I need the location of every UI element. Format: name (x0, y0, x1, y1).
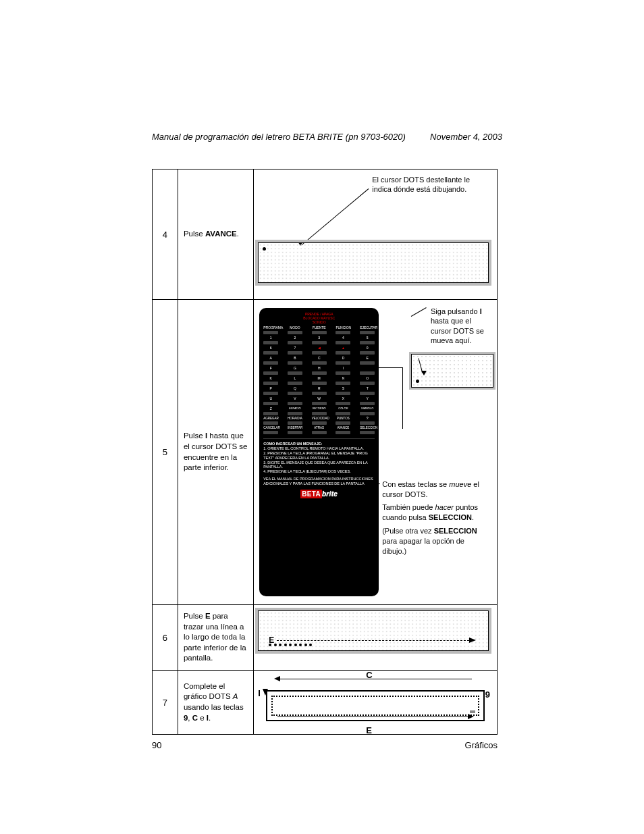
remote-help-title: COMO INGRESAR UN MENSAJE: 1. ORIENTE EL … (263, 438, 375, 486)
step7-label-9: 9 (485, 689, 490, 700)
arrow-line-E (277, 716, 472, 717)
page-number: 90 (152, 740, 161, 750)
beta-brite-logo: BETAbrite (263, 490, 375, 498)
pointer-line (372, 484, 380, 484)
step-row-6: 6 Pulse E para trazar una línea a lo lar… (153, 605, 498, 671)
section-name: Gráficos (465, 740, 498, 750)
remote-control: PRENDE / APAGA BLOCADO MAYUSC SONIDO PRO… (259, 308, 379, 596)
step5-side-c: (Pulse otra vez SELECCION para apagar la… (382, 526, 487, 556)
step6-drawn-dots (269, 644, 312, 646)
step5-top-note: Siga pulsando I hasta que el cursor DOTS… (431, 307, 491, 345)
step4-dotgrid (258, 242, 489, 283)
step-text: Pulse AVANCE. (178, 170, 253, 300)
step6-dash-line (277, 640, 473, 642)
step5-side-b: También puede hacer puntos cuando pulsa … (382, 502, 487, 523)
note-pointer-line (411, 307, 427, 317)
arrowhead-left-icon (274, 676, 280, 681)
step5-side-a: Con estas teclas se mueve el cursor DOTS… (382, 479, 487, 500)
remote-top-label: SONIDO (263, 320, 375, 324)
step-text: Pulse I hasta que el cursor DOTS se encu… (178, 300, 253, 605)
arrowhead-right-icon (468, 714, 474, 719)
step-number: 6 (153, 605, 178, 671)
step-number: 4 (153, 170, 178, 300)
step7-dotted-inner (271, 696, 479, 716)
steps-table: 4 Pulse AVANCE. El cursor DOTS destellan… (152, 169, 498, 735)
page-header: Manual de programación del letrero BETA … (152, 132, 502, 142)
step-row-4: 4 Pulse AVANCE. El cursor DOTS destellan… (153, 170, 498, 300)
step-row-7: 7 Complete el gráfico DOTS A usando las … (153, 671, 498, 735)
bracket-line (365, 367, 403, 429)
arrowhead-down-icon (263, 689, 268, 696)
step-text: Pulse E para trazar una línea a lo largo… (178, 605, 253, 671)
minigrid-arrowhead-icon (421, 371, 427, 375)
step6-arrowhead-right-icon (469, 637, 476, 643)
step-row-5: 5 Pulse I hasta que el cursor DOTS se en… (153, 300, 498, 605)
step-number: 7 (153, 671, 178, 735)
arrowhead-left-icon (363, 365, 369, 371)
header-right: November 4, 2003 (430, 132, 502, 142)
cursor-mark-icon (470, 710, 475, 713)
step7-label-I: I (258, 688, 261, 698)
step4-caption: El cursor DOTS destellante le indica dón… (372, 175, 483, 194)
remote-row: PROGRAMA MODO FUENTE FUNCION EJECUTAR (263, 325, 375, 330)
step-number: 5 (153, 300, 178, 605)
arrow-line-C (277, 679, 472, 679)
step7-label-E: E (366, 725, 372, 735)
page-footer: 90 Gráficos (152, 740, 498, 750)
cursor-dot-icon (263, 247, 266, 251)
header-left: Manual de programación del letrero BETA … (152, 132, 406, 142)
step5-minigrid (411, 354, 493, 388)
step-text: Complete el gráfico DOTS A usando las te… (178, 671, 253, 735)
step6-dotgrid: E (258, 610, 489, 651)
step4-arrow-line (301, 188, 369, 245)
